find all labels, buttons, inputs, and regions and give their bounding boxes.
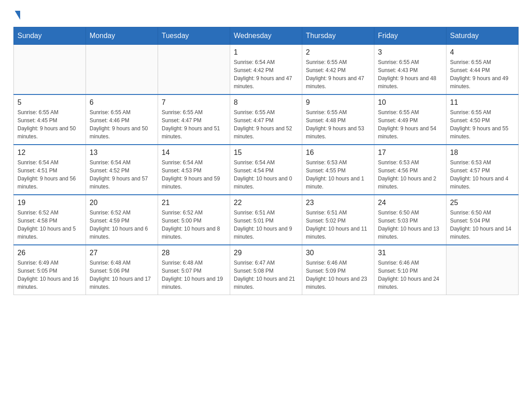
day-info: Sunrise: 6:47 AM Sunset: 5:08 PM Dayligh… bbox=[234, 259, 298, 291]
day-number: 31 bbox=[378, 249, 442, 257]
calendar-cell: 27Sunrise: 6:48 AM Sunset: 5:06 PM Dayli… bbox=[86, 245, 158, 295]
calendar-cell: 30Sunrise: 6:46 AM Sunset: 5:09 PM Dayli… bbox=[302, 245, 374, 295]
calendar-cell: 5Sunrise: 6:55 AM Sunset: 4:45 PM Daylig… bbox=[14, 94, 86, 145]
calendar-cell: 23Sunrise: 6:51 AM Sunset: 5:02 PM Dayli… bbox=[302, 195, 374, 245]
day-info: Sunrise: 6:53 AM Sunset: 4:55 PM Dayligh… bbox=[306, 158, 370, 191]
day-number: 4 bbox=[450, 48, 515, 56]
day-number: 6 bbox=[90, 98, 154, 107]
calendar-cell: 6Sunrise: 6:55 AM Sunset: 4:46 PM Daylig… bbox=[86, 94, 158, 145]
day-info: Sunrise: 6:50 AM Sunset: 5:03 PM Dayligh… bbox=[378, 209, 442, 241]
calendar-cell: 15Sunrise: 6:54 AM Sunset: 4:54 PM Dayli… bbox=[230, 145, 302, 195]
calendar-cell bbox=[14, 45, 86, 95]
calendar-cell: 22Sunrise: 6:51 AM Sunset: 5:01 PM Dayli… bbox=[230, 195, 302, 245]
calendar-cell: 31Sunrise: 6:46 AM Sunset: 5:10 PM Dayli… bbox=[374, 245, 446, 295]
day-number: 25 bbox=[450, 199, 515, 207]
day-info: Sunrise: 6:55 AM Sunset: 4:42 PM Dayligh… bbox=[306, 58, 370, 90]
day-number: 30 bbox=[306, 249, 370, 257]
day-number: 3 bbox=[378, 48, 442, 56]
calendar-cell: 13Sunrise: 6:54 AM Sunset: 4:52 PM Dayli… bbox=[86, 145, 158, 195]
day-info: Sunrise: 6:49 AM Sunset: 5:05 PM Dayligh… bbox=[17, 259, 82, 291]
day-info: Sunrise: 6:55 AM Sunset: 4:47 PM Dayligh… bbox=[234, 108, 298, 141]
day-info: Sunrise: 6:55 AM Sunset: 4:49 PM Dayligh… bbox=[378, 108, 442, 141]
calendar-cell: 24Sunrise: 6:50 AM Sunset: 5:03 PM Dayli… bbox=[374, 195, 446, 245]
calendar-cell: 28Sunrise: 6:48 AM Sunset: 5:07 PM Dayli… bbox=[158, 245, 230, 295]
weekday-header-sunday: Sunday bbox=[14, 27, 86, 45]
day-info: Sunrise: 6:54 AM Sunset: 4:52 PM Dayligh… bbox=[90, 158, 154, 191]
day-number: 14 bbox=[162, 149, 226, 157]
day-info: Sunrise: 6:53 AM Sunset: 4:57 PM Dayligh… bbox=[450, 158, 515, 191]
day-number: 12 bbox=[17, 149, 82, 157]
calendar-cell: 10Sunrise: 6:55 AM Sunset: 4:49 PM Dayli… bbox=[374, 94, 446, 145]
day-info: Sunrise: 6:55 AM Sunset: 4:50 PM Dayligh… bbox=[450, 108, 515, 141]
day-number: 19 bbox=[17, 199, 82, 207]
day-info: Sunrise: 6:51 AM Sunset: 5:02 PM Dayligh… bbox=[306, 209, 370, 241]
calendar-week-row: 5Sunrise: 6:55 AM Sunset: 4:45 PM Daylig… bbox=[14, 94, 519, 145]
day-info: Sunrise: 6:55 AM Sunset: 4:48 PM Dayligh… bbox=[306, 108, 370, 141]
day-info: Sunrise: 6:55 AM Sunset: 4:44 PM Dayligh… bbox=[450, 58, 515, 90]
day-info: Sunrise: 6:48 AM Sunset: 5:06 PM Dayligh… bbox=[90, 259, 154, 291]
calendar-cell bbox=[158, 45, 230, 95]
day-number: 28 bbox=[162, 249, 226, 257]
day-number: 13 bbox=[90, 149, 154, 157]
calendar-week-row: 19Sunrise: 6:52 AM Sunset: 4:58 PM Dayli… bbox=[14, 195, 519, 245]
calendar-cell: 9Sunrise: 6:55 AM Sunset: 4:48 PM Daylig… bbox=[302, 94, 374, 145]
weekday-header-saturday: Saturday bbox=[446, 27, 519, 45]
calendar-cell bbox=[86, 45, 158, 95]
weekday-header-wednesday: Wednesday bbox=[230, 27, 302, 45]
day-number: 15 bbox=[234, 149, 298, 157]
day-number: 10 bbox=[378, 98, 442, 107]
calendar-cell: 1Sunrise: 6:54 AM Sunset: 4:42 PM Daylig… bbox=[230, 45, 302, 95]
calendar-cell: 14Sunrise: 6:54 AM Sunset: 4:53 PM Dayli… bbox=[158, 145, 230, 195]
day-info: Sunrise: 6:46 AM Sunset: 5:09 PM Dayligh… bbox=[306, 259, 370, 291]
day-number: 23 bbox=[306, 199, 370, 207]
calendar-week-row: 12Sunrise: 6:54 AM Sunset: 4:51 PM Dayli… bbox=[14, 145, 519, 195]
day-info: Sunrise: 6:52 AM Sunset: 5:00 PM Dayligh… bbox=[162, 209, 226, 241]
day-number: 22 bbox=[234, 199, 298, 207]
day-number: 16 bbox=[306, 149, 370, 157]
calendar-cell: 26Sunrise: 6:49 AM Sunset: 5:05 PM Dayli… bbox=[14, 245, 86, 295]
day-number: 8 bbox=[234, 98, 298, 107]
day-number: 24 bbox=[378, 199, 442, 207]
day-info: Sunrise: 6:54 AM Sunset: 4:54 PM Dayligh… bbox=[234, 158, 298, 191]
day-number: 5 bbox=[17, 98, 82, 107]
weekday-header-row: SundayMondayTuesdayWednesdayThursdayFrid… bbox=[14, 27, 519, 45]
calendar-cell bbox=[446, 245, 519, 295]
day-number: 17 bbox=[378, 149, 442, 157]
day-number: 11 bbox=[450, 98, 515, 107]
weekday-header-monday: Monday bbox=[86, 27, 158, 45]
day-number: 2 bbox=[306, 48, 370, 56]
day-number: 26 bbox=[17, 249, 82, 257]
day-number: 27 bbox=[90, 249, 154, 257]
calendar-cell: 20Sunrise: 6:52 AM Sunset: 4:59 PM Dayli… bbox=[86, 195, 158, 245]
calendar-cell: 18Sunrise: 6:53 AM Sunset: 4:57 PM Dayli… bbox=[446, 145, 519, 195]
day-number: 9 bbox=[306, 98, 370, 107]
day-info: Sunrise: 6:55 AM Sunset: 4:46 PM Dayligh… bbox=[90, 108, 154, 141]
day-info: Sunrise: 6:55 AM Sunset: 4:47 PM Dayligh… bbox=[162, 108, 226, 141]
day-number: 20 bbox=[90, 199, 154, 207]
calendar-cell: 2Sunrise: 6:55 AM Sunset: 4:42 PM Daylig… bbox=[302, 45, 374, 95]
calendar-cell: 25Sunrise: 6:50 AM Sunset: 5:04 PM Dayli… bbox=[446, 195, 519, 245]
calendar-week-row: 26Sunrise: 6:49 AM Sunset: 5:05 PM Dayli… bbox=[14, 245, 519, 295]
day-number: 7 bbox=[162, 98, 226, 107]
day-number: 18 bbox=[450, 149, 515, 157]
calendar-cell: 29Sunrise: 6:47 AM Sunset: 5:08 PM Dayli… bbox=[230, 245, 302, 295]
day-info: Sunrise: 6:52 AM Sunset: 4:58 PM Dayligh… bbox=[17, 209, 82, 241]
calendar-cell: 11Sunrise: 6:55 AM Sunset: 4:50 PM Dayli… bbox=[446, 94, 519, 145]
calendar-cell: 17Sunrise: 6:53 AM Sunset: 4:56 PM Dayli… bbox=[374, 145, 446, 195]
logo-line1 bbox=[13, 9, 20, 20]
calendar-cell: 4Sunrise: 6:55 AM Sunset: 4:44 PM Daylig… bbox=[446, 45, 519, 95]
day-info: Sunrise: 6:55 AM Sunset: 4:43 PM Dayligh… bbox=[378, 58, 442, 90]
weekday-header-friday: Friday bbox=[374, 27, 446, 45]
logo-arrow-icon bbox=[15, 11, 20, 20]
calendar-cell: 16Sunrise: 6:53 AM Sunset: 4:55 PM Dayli… bbox=[302, 145, 374, 195]
day-info: Sunrise: 6:54 AM Sunset: 4:42 PM Dayligh… bbox=[234, 58, 298, 90]
calendar-cell: 7Sunrise: 6:55 AM Sunset: 4:47 PM Daylig… bbox=[158, 94, 230, 145]
calendar-week-row: 1Sunrise: 6:54 AM Sunset: 4:42 PM Daylig… bbox=[14, 45, 519, 95]
calendar-cell: 21Sunrise: 6:52 AM Sunset: 5:00 PM Dayli… bbox=[158, 195, 230, 245]
logo bbox=[13, 9, 20, 18]
calendar-cell: 3Sunrise: 6:55 AM Sunset: 4:43 PM Daylig… bbox=[374, 45, 446, 95]
day-info: Sunrise: 6:53 AM Sunset: 4:56 PM Dayligh… bbox=[378, 158, 442, 191]
day-info: Sunrise: 6:51 AM Sunset: 5:01 PM Dayligh… bbox=[234, 209, 298, 241]
day-info: Sunrise: 6:54 AM Sunset: 4:51 PM Dayligh… bbox=[17, 158, 82, 191]
calendar-cell: 19Sunrise: 6:52 AM Sunset: 4:58 PM Dayli… bbox=[14, 195, 86, 245]
